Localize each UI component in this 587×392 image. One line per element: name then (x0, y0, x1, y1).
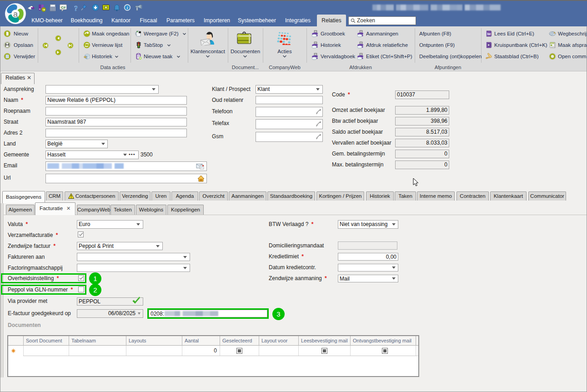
svg-text:a: a (13, 10, 18, 19)
svg-text:be: be (487, 32, 491, 35)
svg-text:?: ? (74, 5, 78, 12)
svg-text:C#: C# (61, 5, 66, 10)
